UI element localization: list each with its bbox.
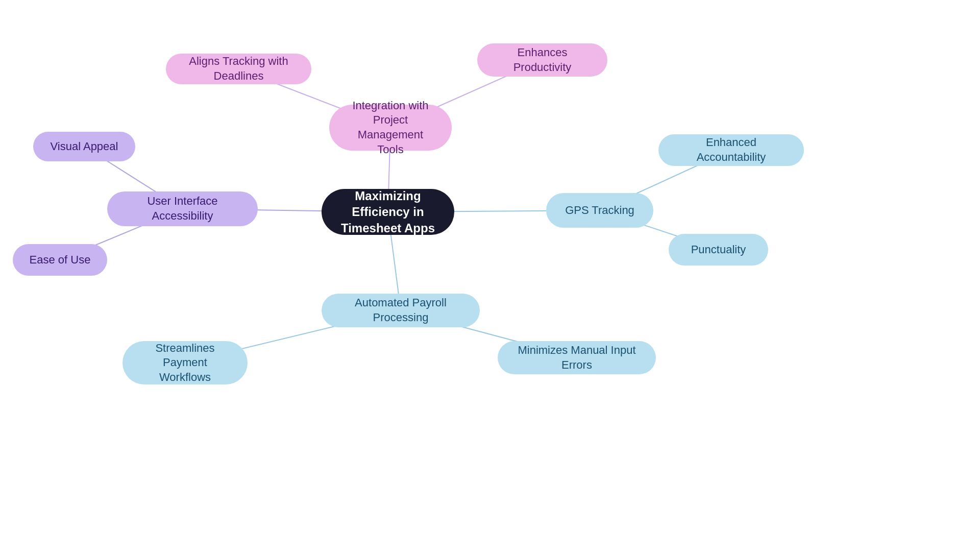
node-punctuality: Punctuality: [669, 234, 768, 266]
node-punctuality-label: Punctuality: [691, 243, 746, 257]
node-aligns: Aligns Tracking with Deadlines: [166, 54, 311, 84]
node-integration-label: Integration with ProjectManagement Tools: [344, 99, 437, 157]
node-visual-appeal-label: Visual Appeal: [51, 139, 118, 154]
node-ease-of-use: Ease of Use: [13, 244, 107, 276]
node-visual-appeal: Visual Appeal: [33, 132, 135, 161]
node-gps-tracking: GPS Tracking: [546, 193, 653, 228]
node-enhances-productivity-label: Enhances Productivity: [492, 45, 593, 75]
node-enhances-productivity: Enhances Productivity: [477, 43, 607, 77]
node-enhanced-accountability: Enhanced Accountability: [658, 134, 804, 166]
node-minimizes: Minimizes Manual Input Errors: [498, 341, 656, 374]
node-ease-of-use-label: Ease of Use: [30, 253, 91, 268]
node-enhanced-accountability-label: Enhanced Accountability: [673, 135, 790, 164]
node-gps-tracking-label: GPS Tracking: [565, 203, 634, 218]
node-automated-payroll: Automated Payroll Processing: [322, 294, 480, 327]
node-streamlines: Streamlines PaymentWorkflows: [122, 341, 248, 384]
node-user-interface: User Interface Accessibility: [107, 191, 258, 226]
node-minimizes-label: Minimizes Manual Input Errors: [512, 343, 642, 372]
node-integration: Integration with ProjectManagement Tools: [329, 105, 452, 151]
node-aligns-label: Aligns Tracking with Deadlines: [180, 54, 297, 83]
node-user-interface-label: User Interface Accessibility: [121, 194, 243, 223]
node-automated-payroll-label: Automated Payroll Processing: [336, 296, 465, 325]
center-node: Maximizing Efficiency inTimesheet Apps: [322, 189, 454, 235]
node-streamlines-label: Streamlines PaymentWorkflows: [137, 341, 233, 385]
center-label: Maximizing Efficiency inTimesheet Apps: [336, 188, 440, 236]
